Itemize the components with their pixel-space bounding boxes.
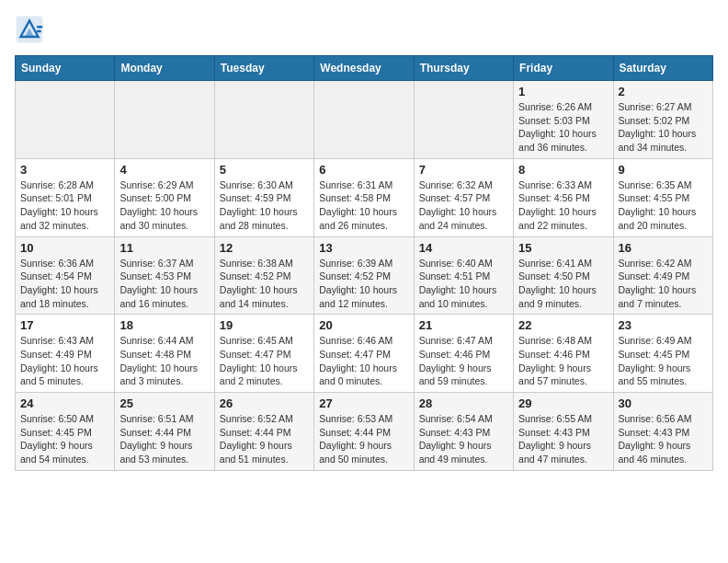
calendar-day-cell: 23Sunrise: 6:49 AM Sunset: 4:45 PM Dayli… — [613, 315, 712, 393]
calendar-day-cell: 11Sunrise: 6:37 AM Sunset: 4:53 PM Dayli… — [115, 236, 214, 315]
calendar-day-cell: 5Sunrise: 6:30 AM Sunset: 4:59 PM Daylig… — [214, 158, 313, 236]
day-number: 29 — [518, 396, 608, 410]
day-number: 6 — [319, 163, 408, 177]
day-number: 28 — [419, 396, 508, 410]
day-info: Sunrise: 6:49 AM Sunset: 4:45 PM Dayligh… — [619, 334, 708, 388]
day-number: 12 — [220, 241, 309, 255]
day-number: 30 — [619, 396, 708, 410]
calendar-day-cell — [314, 81, 414, 159]
calendar-day-cell: 10Sunrise: 6:36 AM Sunset: 4:54 PM Dayli… — [16, 236, 115, 315]
calendar-day-cell: 27Sunrise: 6:53 AM Sunset: 4:44 PM Dayli… — [314, 393, 414, 471]
day-info: Sunrise: 6:48 AM Sunset: 4:46 PM Dayligh… — [518, 334, 608, 388]
day-info: Sunrise: 6:33 AM Sunset: 4:56 PM Dayligh… — [518, 178, 608, 233]
day-number: 26 — [220, 396, 309, 410]
calendar-day-cell: 15Sunrise: 6:41 AM Sunset: 4:50 PM Dayli… — [514, 236, 613, 315]
day-info: Sunrise: 6:28 AM Sunset: 5:01 PM Dayligh… — [20, 178, 109, 233]
calendar-header: SundayMondayTuesdayWednesdayThursdayFrid… — [16, 56, 713, 81]
calendar-day-cell: 19Sunrise: 6:45 AM Sunset: 4:47 PM Dayli… — [214, 315, 313, 393]
calendar-week-row: 10Sunrise: 6:36 AM Sunset: 4:54 PM Dayli… — [16, 236, 713, 315]
day-info: Sunrise: 6:52 AM Sunset: 4:44 PM Dayligh… — [220, 412, 309, 466]
calendar-day-cell: 6Sunrise: 6:31 AM Sunset: 4:58 PM Daylig… — [314, 158, 414, 236]
weekday-header: Wednesday — [314, 56, 414, 81]
day-number: 21 — [419, 318, 508, 332]
day-info: Sunrise: 6:50 AM Sunset: 4:45 PM Dayligh… — [20, 412, 109, 466]
logo — [15, 15, 48, 44]
day-number: 8 — [518, 163, 608, 177]
calendar-table: SundayMondayTuesdayWednesdayThursdayFrid… — [15, 55, 713, 471]
day-info: Sunrise: 6:41 AM Sunset: 4:50 PM Dayligh… — [518, 257, 608, 311]
svg-rect-3 — [37, 26, 42, 28]
day-number: 14 — [419, 241, 508, 255]
day-info: Sunrise: 6:32 AM Sunset: 4:57 PM Dayligh… — [419, 178, 508, 233]
day-info: Sunrise: 6:26 AM Sunset: 5:03 PM Dayligh… — [518, 100, 608, 155]
day-number: 4 — [119, 163, 209, 177]
day-info: Sunrise: 6:47 AM Sunset: 4:46 PM Dayligh… — [419, 334, 508, 388]
calendar-day-cell: 8Sunrise: 6:33 AM Sunset: 4:56 PM Daylig… — [514, 158, 613, 236]
day-number: 25 — [119, 396, 209, 410]
day-number: 3 — [20, 163, 109, 177]
day-number: 7 — [419, 163, 508, 177]
calendar-day-cell: 3Sunrise: 6:28 AM Sunset: 5:01 PM Daylig… — [16, 158, 115, 236]
weekday-header: Friday — [514, 56, 613, 81]
day-number: 23 — [619, 318, 708, 332]
calendar-week-row: 3Sunrise: 6:28 AM Sunset: 5:01 PM Daylig… — [16, 158, 713, 236]
day-number: 15 — [518, 241, 608, 255]
day-info: Sunrise: 6:39 AM Sunset: 4:52 PM Dayligh… — [319, 257, 408, 311]
logo-icon — [15, 15, 44, 44]
calendar-day-cell: 29Sunrise: 6:55 AM Sunset: 4:43 PM Dayli… — [514, 393, 613, 471]
day-info: Sunrise: 6:51 AM Sunset: 4:44 PM Dayligh… — [119, 412, 209, 466]
calendar-day-cell: 1Sunrise: 6:26 AM Sunset: 5:03 PM Daylig… — [514, 81, 613, 159]
day-number: 18 — [119, 318, 209, 332]
day-number: 13 — [319, 241, 408, 255]
calendar-day-cell: 12Sunrise: 6:38 AM Sunset: 4:52 PM Dayli… — [214, 236, 313, 315]
calendar-day-cell — [214, 81, 313, 159]
weekday-header: Thursday — [414, 56, 513, 81]
calendar-day-cell — [414, 81, 513, 159]
day-info: Sunrise: 6:54 AM Sunset: 4:43 PM Dayligh… — [419, 412, 508, 466]
calendar-day-cell — [16, 81, 115, 159]
day-info: Sunrise: 6:27 AM Sunset: 5:02 PM Dayligh… — [619, 100, 708, 155]
weekday-header: Sunday — [16, 56, 115, 81]
day-number: 2 — [619, 85, 708, 98]
day-info: Sunrise: 6:30 AM Sunset: 4:59 PM Dayligh… — [220, 178, 309, 233]
day-number: 11 — [119, 241, 209, 255]
day-number: 5 — [220, 163, 309, 177]
calendar-day-cell: 28Sunrise: 6:54 AM Sunset: 4:43 PM Dayli… — [414, 393, 513, 471]
day-info: Sunrise: 6:43 AM Sunset: 4:49 PM Dayligh… — [20, 334, 109, 388]
calendar-day-cell: 30Sunrise: 6:56 AM Sunset: 4:43 PM Dayli… — [613, 393, 712, 471]
day-info: Sunrise: 6:55 AM Sunset: 4:43 PM Dayligh… — [518, 412, 608, 466]
day-info: Sunrise: 6:36 AM Sunset: 4:54 PM Dayligh… — [20, 257, 109, 311]
day-info: Sunrise: 6:53 AM Sunset: 4:44 PM Dayligh… — [319, 412, 408, 466]
calendar-week-row: 1Sunrise: 6:26 AM Sunset: 5:03 PM Daylig… — [16, 81, 713, 159]
weekday-header: Monday — [115, 56, 214, 81]
day-number: 17 — [20, 318, 109, 332]
calendar-day-cell: 9Sunrise: 6:35 AM Sunset: 4:55 PM Daylig… — [613, 158, 712, 236]
calendar-day-cell: 13Sunrise: 6:39 AM Sunset: 4:52 PM Dayli… — [314, 236, 414, 315]
day-info: Sunrise: 6:38 AM Sunset: 4:52 PM Dayligh… — [220, 257, 309, 311]
calendar-day-cell: 2Sunrise: 6:27 AM Sunset: 5:02 PM Daylig… — [613, 81, 712, 159]
day-info: Sunrise: 6:35 AM Sunset: 4:55 PM Dayligh… — [619, 178, 708, 233]
calendar-day-cell: 17Sunrise: 6:43 AM Sunset: 4:49 PM Dayli… — [16, 315, 115, 393]
day-number: 16 — [619, 241, 708, 255]
day-info: Sunrise: 6:31 AM Sunset: 4:58 PM Dayligh… — [319, 178, 408, 233]
day-number: 19 — [220, 318, 309, 332]
calendar-day-cell: 4Sunrise: 6:29 AM Sunset: 5:00 PM Daylig… — [115, 158, 214, 236]
day-info: Sunrise: 6:56 AM Sunset: 4:43 PM Dayligh… — [619, 412, 708, 466]
calendar-day-cell: 20Sunrise: 6:46 AM Sunset: 4:47 PM Dayli… — [314, 315, 414, 393]
calendar-day-cell: 14Sunrise: 6:40 AM Sunset: 4:51 PM Dayli… — [414, 236, 513, 315]
day-number: 10 — [20, 241, 109, 255]
day-number: 22 — [518, 318, 608, 332]
calendar-day-cell: 22Sunrise: 6:48 AM Sunset: 4:46 PM Dayli… — [514, 315, 613, 393]
day-info: Sunrise: 6:42 AM Sunset: 4:49 PM Dayligh… — [619, 257, 708, 311]
day-number: 20 — [319, 318, 408, 332]
calendar-day-cell: 21Sunrise: 6:47 AM Sunset: 4:46 PM Dayli… — [414, 315, 513, 393]
day-info: Sunrise: 6:45 AM Sunset: 4:47 PM Dayligh… — [220, 334, 309, 388]
calendar-day-cell: 18Sunrise: 6:44 AM Sunset: 4:48 PM Dayli… — [115, 315, 214, 393]
day-number: 24 — [20, 396, 109, 410]
calendar-day-cell — [115, 81, 214, 159]
weekday-header: Tuesday — [214, 56, 313, 81]
calendar-day-cell: 26Sunrise: 6:52 AM Sunset: 4:44 PM Dayli… — [214, 393, 313, 471]
day-info: Sunrise: 6:44 AM Sunset: 4:48 PM Dayligh… — [119, 334, 209, 388]
calendar-day-cell: 25Sunrise: 6:51 AM Sunset: 4:44 PM Dayli… — [115, 393, 214, 471]
day-number: 27 — [319, 396, 408, 410]
